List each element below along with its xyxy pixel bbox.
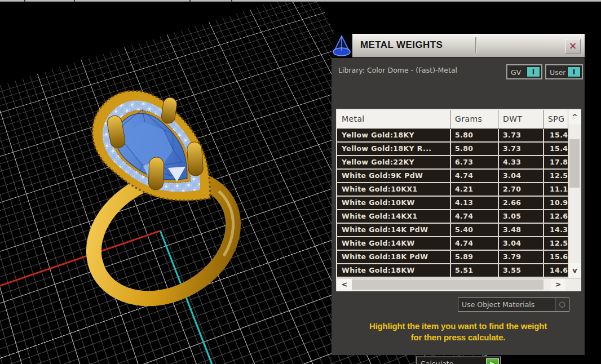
horizontal-scroll-thumb[interactable] bbox=[352, 279, 543, 290]
table-row[interactable]: Yellow Gold:22KY6.734.3317.89 bbox=[337, 156, 568, 170]
cell-grams[interactable]: 4.74 bbox=[450, 237, 498, 250]
use-object-materials-label: Use Object Materials bbox=[462, 300, 534, 309]
library-label: Library: Color Dome - (Fast)-Metal bbox=[338, 66, 457, 74]
table-row[interactable]: White Gold:14KW4.743.0412.59 bbox=[337, 237, 568, 251]
cell-metal[interactable]: White Gold:18K PdW bbox=[337, 251, 450, 263]
cell-dwt[interactable]: 3.05 bbox=[498, 210, 543, 223]
metal-weights-table: MetalGramsDWTSPG Yellow Gold:18KY5.803.7… bbox=[336, 109, 581, 291]
cell-grams[interactable]: 5.80 bbox=[450, 129, 498, 141]
cell-grams[interactable]: 5.80 bbox=[450, 143, 498, 155]
calculate-label: Calculate bbox=[421, 359, 453, 364]
cell-dwt[interactable]: 3.04 bbox=[498, 237, 543, 250]
dialog-title: METAL WEIGHTS bbox=[360, 39, 443, 51]
instruction-line2: for then press calculate. bbox=[332, 332, 585, 343]
cell-grams[interactable]: 4.21 bbox=[450, 183, 498, 196]
cell-grams[interactable]: 4.74 bbox=[450, 170, 498, 182]
calculate-button[interactable]: Calculate ▶ bbox=[416, 357, 501, 364]
scroll-left-button[interactable]: < bbox=[337, 278, 352, 291]
vertical-scroll-thumb[interactable] bbox=[569, 139, 580, 188]
cell-grams[interactable]: 5.51 bbox=[450, 264, 498, 277]
cell-dwt[interactable]: 2.66 bbox=[498, 197, 543, 209]
table-header: MetalGramsDWTSPG bbox=[337, 110, 568, 129]
table-row[interactable]: White Gold:18K PdW5.893.7915.65 bbox=[337, 251, 568, 264]
user-toggle-icon[interactable]: I bbox=[567, 66, 581, 77]
table-row[interactable]: White Gold:14KX14.743.0512.61 bbox=[337, 210, 568, 224]
cell-spg[interactable]: 17.89 bbox=[543, 156, 568, 168]
metal-weights-dialog: METAL WEIGHTS × Library: Color Dome - (F… bbox=[332, 34, 585, 355]
cell-metal[interactable]: White Gold:14K PdW bbox=[337, 224, 450, 236]
scroll-up-button[interactable]: ^ bbox=[568, 110, 581, 125]
ring-model[interactable] bbox=[73, 90, 254, 307]
gv-button[interactable]: GV I bbox=[506, 64, 542, 79]
scroll-down-button[interactable]: v bbox=[568, 263, 581, 278]
column-header-spg[interactable]: SPG bbox=[543, 110, 568, 128]
cell-spg[interactable]: 12.61 bbox=[543, 210, 568, 223]
table-row[interactable]: White Gold:9K PdW4.743.0412.59 bbox=[337, 170, 568, 183]
gv-toggle-icon[interactable]: I bbox=[527, 66, 540, 77]
app-window: METAL WEIGHTS × Library: Color Dome - (F… bbox=[0, 0, 601, 364]
cell-dwt[interactable]: 3.73 bbox=[498, 129, 543, 141]
table-body: Yellow Gold:18KY5.803.7315.41Yellow Gold… bbox=[337, 129, 568, 278]
cell-dwt[interactable]: 3.04 bbox=[498, 170, 543, 182]
radio-icon[interactable]: ○ bbox=[555, 298, 569, 311]
use-object-materials-button[interactable]: Use Object Materials ○ bbox=[458, 298, 569, 312]
cell-metal[interactable]: White Gold:10KW bbox=[337, 197, 450, 209]
table-row[interactable]: Yellow Gold:18KY R...5.803.7315.41 bbox=[337, 143, 568, 156]
cell-dwt[interactable]: 3.79 bbox=[498, 251, 543, 263]
scale-logo-icon bbox=[332, 34, 352, 59]
cell-spg[interactable]: 11.18 bbox=[543, 183, 568, 196]
gv-label: GV bbox=[511, 68, 521, 77]
column-header-dwt[interactable]: DWT bbox=[498, 110, 543, 128]
dialog-titlebar[interactable]: METAL WEIGHTS × bbox=[352, 34, 585, 58]
user-label: User bbox=[550, 68, 566, 77]
horizontal-scrollbar[interactable]: < > bbox=[337, 278, 581, 291]
cell-grams[interactable]: 5.40 bbox=[450, 224, 498, 236]
cell-spg[interactable]: 14.37 bbox=[543, 224, 568, 236]
cell-spg[interactable]: 15.65 bbox=[543, 251, 568, 263]
toolbar-edge bbox=[0, 0, 601, 2]
cell-dwt[interactable]: 3.48 bbox=[498, 224, 543, 236]
cell-metal[interactable]: White Gold:10KX1 bbox=[337, 183, 450, 196]
scroll-right-button[interactable]: > bbox=[551, 278, 565, 291]
cell-dwt[interactable]: 3.73 bbox=[498, 143, 543, 155]
cell-metal[interactable]: White Gold:18KW bbox=[337, 264, 450, 277]
instruction-text: Highlight the item you want to find the … bbox=[332, 321, 585, 343]
titlebar-divider bbox=[475, 37, 477, 53]
cell-dwt[interactable]: 2.70 bbox=[498, 183, 543, 196]
cell-grams[interactable]: 4.74 bbox=[450, 210, 498, 223]
cell-spg[interactable]: 14.66 bbox=[543, 264, 568, 277]
close-button[interactable]: × bbox=[565, 39, 581, 54]
cell-dwt[interactable]: 4.33 bbox=[498, 156, 543, 168]
cell-spg[interactable]: 10.99 bbox=[543, 197, 568, 209]
user-button[interactable]: User I bbox=[545, 64, 583, 79]
table-row[interactable]: White Gold:10KX14.212.7011.18 bbox=[337, 183, 568, 197]
cell-spg[interactable]: 15.41 bbox=[543, 129, 568, 141]
table-row[interactable]: White Gold:10KW4.132.6610.99 bbox=[337, 197, 568, 210]
cell-metal[interactable]: White Gold:9K PdW bbox=[337, 170, 450, 182]
cell-metal[interactable]: White Gold:14KW bbox=[337, 237, 450, 250]
vertical-scrollbar[interactable]: ^ v bbox=[568, 110, 581, 278]
table-row[interactable]: White Gold:14K PdW5.403.4814.37 bbox=[337, 224, 568, 237]
column-header-metal[interactable]: Metal bbox=[337, 110, 450, 128]
cell-spg[interactable]: 12.59 bbox=[543, 237, 568, 250]
cell-metal[interactable]: Yellow Gold:22KY bbox=[337, 156, 450, 168]
cell-grams[interactable]: 6.73 bbox=[450, 156, 498, 168]
cell-dwt[interactable]: 3.55 bbox=[498, 264, 543, 277]
table-row[interactable]: Yellow Gold:18KY5.803.7315.41 bbox=[337, 129, 568, 143]
cell-grams[interactable]: 5.89 bbox=[450, 251, 498, 263]
table-row[interactable]: White Gold:18KW5.513.5514.66 bbox=[337, 264, 568, 278]
cell-metal[interactable]: White Gold:14KX1 bbox=[337, 210, 450, 223]
cell-spg[interactable]: 12.59 bbox=[543, 170, 568, 182]
dialog-body: Library: Color Dome - (Fast)-Metal GV I … bbox=[332, 58, 585, 355]
cell-spg[interactable]: 15.41 bbox=[543, 143, 568, 155]
cell-metal[interactable]: Yellow Gold:18KY bbox=[337, 129, 450, 141]
instruction-line1: Highlight the item you want to find the … bbox=[332, 321, 585, 332]
column-header-grams[interactable]: Grams bbox=[450, 110, 498, 128]
cell-grams[interactable]: 4.13 bbox=[450, 197, 498, 209]
play-icon[interactable]: ▶ bbox=[486, 358, 499, 364]
cell-metal[interactable]: Yellow Gold:18KY R... bbox=[337, 143, 450, 155]
